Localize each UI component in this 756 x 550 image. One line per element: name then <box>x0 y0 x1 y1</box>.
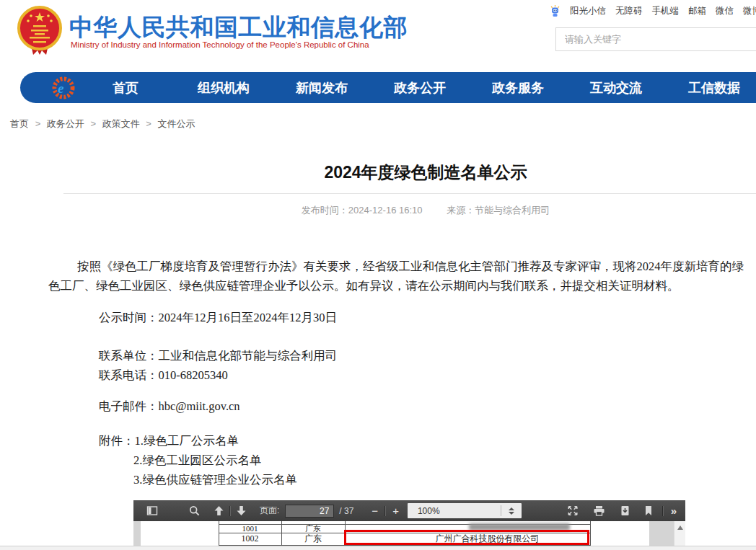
attachment-3[interactable]: 3.绿色供应链管理企业公示名单 <box>48 470 747 489</box>
quick-link-mail[interactable]: 邮箱 <box>688 5 706 17</box>
main-nav: e 首页 组织机构 新闻发布 政务公开 政务服务 互动交流 工信数据 <box>20 72 756 103</box>
contact-email: 电子邮件：hbc@miit.gov.cn <box>48 396 747 416</box>
bookmark-button[interactable] <box>644 505 653 516</box>
search-icon[interactable] <box>189 505 200 516</box>
attachment-1[interactable]: 1.绿色工厂公示名单 <box>135 434 239 448</box>
article-source: 来源：节能与综合利用司 <box>447 205 550 216</box>
page-number-input[interactable] <box>285 505 334 518</box>
article-body: 按照《绿色工厂梯度培育及管理暂行办法》有关要求，经省级工业和信息化主管部门推荐及… <box>48 257 747 489</box>
miit-webpage: 中华人民共和国工业和信息化部 Ministry of Industry and … <box>0 0 756 550</box>
horizontal-scrollbar-track[interactable] <box>0 546 756 550</box>
nav-item-data[interactable]: 工信数据 <box>665 79 756 97</box>
site-subtitle: Ministry of Industry and Information Tec… <box>71 40 369 49</box>
more-tools-button[interactable]: » <box>671 505 677 517</box>
breadcrumb-separator: > <box>146 118 151 129</box>
table-border <box>590 521 591 546</box>
quick-link-accessibility[interactable]: 无障碍 <box>615 5 643 17</box>
page-total: / 37 <box>339 506 353 516</box>
download-button[interactable] <box>620 505 630 516</box>
zoom-in-button[interactable]: + <box>392 505 399 517</box>
breadcrumb-home[interactable]: 首页 <box>10 118 29 129</box>
search-box <box>555 27 756 51</box>
miit-gear-logo-icon: e <box>50 75 76 101</box>
article-title: 2024年度绿色制造名单公示 <box>63 161 756 184</box>
article-divider <box>63 193 756 194</box>
quick-link-mobile[interactable]: 手机端 <box>652 5 680 17</box>
zoom-spinner-icon[interactable] <box>501 507 522 515</box>
nav-item-interaction[interactable]: 互动交流 <box>567 79 665 97</box>
search-input[interactable] <box>556 28 756 50</box>
zoom-out-button[interactable]: − <box>372 505 378 517</box>
nav-item-organization[interactable]: 组织机构 <box>175 79 273 97</box>
table-cell-province: 广东 <box>281 525 345 533</box>
breadcrumb-current: 文件公示 <box>158 118 195 129</box>
nav-item-home[interactable]: 首页 <box>76 79 175 97</box>
fullscreen-button[interactable] <box>567 505 579 516</box>
page-label: 页面: <box>260 505 279 517</box>
page-up-button[interactable] <box>214 505 224 516</box>
table-cell-no: 1001 <box>219 525 281 533</box>
national-emblem-icon <box>16 6 63 56</box>
nav-item-gov-disclosure[interactable]: 政务公开 <box>371 79 469 97</box>
toolbar-divider <box>384 506 386 516</box>
nav-item-gov-services[interactable]: 政务服务 <box>469 79 567 97</box>
table-cell-province: 广东 <box>281 533 345 545</box>
contact-phone: 联系电话：010-68205340 <box>48 365 747 385</box>
pdf-viewer: 页面: / 37 − + 100% <box>133 500 685 550</box>
quick-link-weibo[interactable]: 微博 <box>743 5 756 17</box>
breadcrumb: 首页 > 政务公开 > 政策文件 > 文件公示 <box>10 117 195 130</box>
nav-item-news[interactable]: 新闻发布 <box>273 79 371 97</box>
contact-unit: 联系单位：工业和信息化部节能与综合利用司 <box>48 346 747 365</box>
article-meta: 发布时间：2024-12-16 16:10 来源：节能与综合利用司 <box>63 204 756 217</box>
breadcrumb-policy-docs[interactable]: 政策文件 <box>102 118 140 129</box>
toolbar-divider <box>229 506 231 516</box>
zoom-level-value: 100% <box>408 506 501 516</box>
sidebar-toggle-button[interactable] <box>146 505 158 516</box>
toolbar-right-group: » <box>567 505 685 517</box>
breadcrumb-gov-disclosure[interactable]: 政务公开 <box>47 118 84 129</box>
attachments-label: 附件： <box>99 434 135 448</box>
page-down-button[interactable] <box>236 505 247 516</box>
site-header: 中华人民共和国工业和信息化部 Ministry of Industry and … <box>0 0 756 69</box>
pdf-toolbar: 页面: / 37 − + 100% <box>133 500 685 521</box>
site-title: 中华人民共和国工业和信息化部 <box>69 12 408 44</box>
breadcrumb-separator: > <box>90 118 96 129</box>
publish-time: 发布时间：2024-12-16 16:10 <box>302 205 423 216</box>
toolbar-divider <box>662 506 664 516</box>
quick-links: 阳光小信 无障碍 手机端 邮箱 微信 微博 <box>550 5 756 17</box>
quick-link-wechat[interactable]: 微信 <box>716 5 734 17</box>
mascot-icon <box>550 5 561 17</box>
attachments-line: 附件：1.绿色工厂公示名单 <box>48 431 747 451</box>
table-cell-no: 1002 <box>219 533 281 545</box>
public-period: 公示时间：2024年12月16日至2024年12月30日 <box>48 308 747 327</box>
attachment-2[interactable]: 2.绿色工业园区公示名单 <box>48 451 747 470</box>
scroll-up-icon[interactable] <box>677 525 683 530</box>
svg-text:e: e <box>58 81 64 96</box>
highlight-red-box <box>344 530 589 545</box>
quick-link-sunshine[interactable]: 阳光小信 <box>570 5 606 17</box>
print-button[interactable] <box>593 505 605 516</box>
breadcrumb-separator: > <box>35 118 41 129</box>
intro-paragraph: 按照《绿色工厂梯度培育及管理暂行办法》有关要求，经省级工业和信息化主管部门推荐及… <box>48 257 747 296</box>
zoom-level-select[interactable]: 100% <box>408 503 522 518</box>
